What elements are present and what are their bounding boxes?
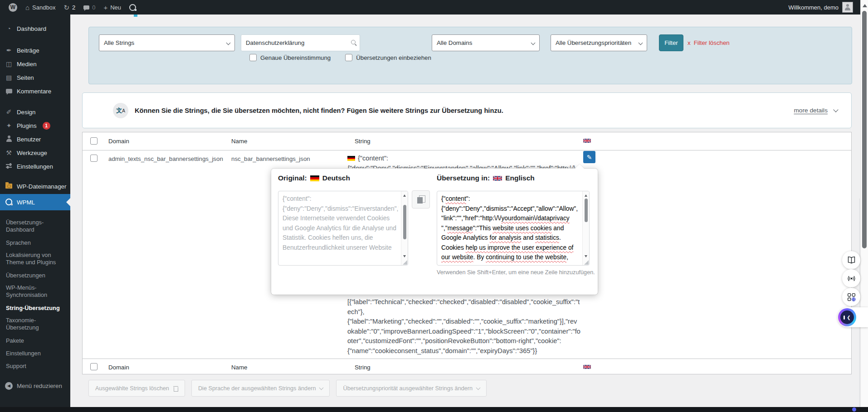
wordpress-logo-icon: W — [9, 3, 17, 12]
wpml-submenu: Übersetzungs-Dashboard Sprachen Lokalisi… — [0, 210, 70, 373]
submenu-translation-dashboard[interactable]: Übersetzungs-Dashboard — [0, 217, 70, 237]
resize-handle[interactable] — [584, 260, 589, 265]
comments-icon — [5, 88, 13, 94]
media-icon: ◫ — [5, 61, 13, 67]
german-flag-icon — [310, 175, 319, 181]
avatar[interactable] — [842, 2, 853, 13]
collapse-menu-button[interactable]: ◀ Menü reduzieren — [0, 379, 70, 393]
sidebar-item-pages[interactable]: ▤ Seiten — [0, 71, 70, 84]
submenu-string-translation[interactable]: String-Übersetzung — [0, 302, 70, 315]
comments-menu[interactable]: 0 — [79, 0, 99, 15]
copy-original-button[interactable] — [412, 190, 430, 208]
scroll-up-icon[interactable] — [403, 193, 406, 197]
sidebar-label: Benutzer — [17, 136, 41, 143]
sidebar-label: Werkzeuge — [17, 150, 47, 156]
sidebar-label: Medien — [17, 61, 37, 68]
wpml-toolbar-menu[interactable] — [125, 0, 140, 15]
clear-filter-link[interactable]: x Filter löschen — [688, 39, 730, 46]
sidebar-item-dashboard[interactable]: ◔ Dashboard — [0, 22, 70, 35]
docs-button[interactable] — [842, 251, 860, 269]
scroll-down-icon[interactable] — [403, 255, 406, 259]
submenu-languages[interactable]: Sprachen — [0, 237, 70, 249]
english-flag-icon — [493, 175, 502, 181]
updates-menu[interactable]: ↻ 2 — [59, 0, 79, 15]
scrollbar-thumb[interactable] — [403, 205, 406, 239]
select-all-checkbox[interactable] — [90, 137, 98, 145]
priority-select[interactable]: Alle Übersetzungsprioritäten — [551, 34, 647, 51]
translation-editor-popup: Original: Deutsch Übersetzung in: Englis… — [271, 169, 598, 295]
footer-header-string: String — [355, 364, 371, 371]
row-checkbox[interactable] — [90, 155, 98, 162]
submenu-translations[interactable]: Übersetzungen — [0, 269, 70, 282]
sidebar-item-plugins[interactable]: ✦ Plugins 1 — [0, 119, 70, 132]
include-translations-checkbox[interactable] — [345, 54, 352, 61]
site-name-label: Sandbox — [32, 4, 55, 11]
wpml-icon — [5, 199, 13, 206]
scrollbar-thumb[interactable] — [585, 199, 588, 222]
resize-handle[interactable] — [403, 260, 407, 265]
submenu-menu-sync[interactable]: WP-Menüs-Synchronisation — [0, 282, 70, 302]
scroll-down-icon[interactable] — [585, 255, 587, 259]
chevron-down-icon — [319, 385, 324, 390]
sidebar-label: WP-Dateimanager — [17, 183, 66, 190]
original-textarea: {"content": {"deny":"Deny","dismiss":"Ei… — [278, 191, 408, 266]
welcome-text[interactable]: Willkommen, demo — [788, 4, 839, 11]
change-language-button[interactable]: Die Sprache der ausgewählten Strings änd… — [191, 380, 330, 397]
sidebar-item-media[interactable]: ◫ Medien — [0, 57, 70, 71]
broadcast-button[interactable] — [842, 269, 860, 287]
scrollbar-thumb[interactable] — [862, 11, 867, 248]
sidebar-item-settings[interactable]: Einstellungen — [0, 160, 70, 173]
edit-translation-button[interactable]: ✎ — [583, 151, 595, 163]
posts-icon: ✒ — [5, 47, 13, 53]
submenu-packages[interactable]: Pakete — [0, 334, 70, 347]
sidebar-item-tools[interactable]: ⚒ Werkzeuge — [0, 146, 70, 160]
collapse-icon: ◀ — [5, 382, 13, 390]
chat-assistant-button[interactable]: ❮ — [838, 308, 856, 326]
scroll-up-icon[interactable] — [585, 193, 587, 197]
filter-button[interactable]: Filter — [659, 34, 683, 51]
english-flag-icon — [583, 364, 591, 369]
wp-logo-menu[interactable]: W — [5, 0, 21, 15]
more-details-label: more details — [794, 107, 828, 114]
scroll-up-arrow-icon[interactable] — [863, 2, 867, 7]
vertical-scrollbar[interactable] — [860, 0, 868, 407]
dashboard-icon: ◔ — [5, 25, 13, 32]
sidebar-item-posts[interactable]: ✒ Beiträge — [0, 44, 70, 57]
exact-match-checkbox[interactable] — [249, 54, 257, 61]
search-box — [241, 34, 360, 51]
submenu-settings[interactable]: Einstellungen — [0, 347, 70, 360]
search-icon[interactable] — [351, 40, 356, 44]
taskbar-app-icon[interactable] — [852, 407, 856, 412]
shift-enter-hint: Verwenden Sie Shift+Enter, um eine neue … — [437, 269, 595, 276]
submenu-support[interactable]: Support — [0, 360, 70, 373]
delete-selected-button[interactable]: Ausgewählte Strings löschen — [88, 380, 185, 397]
submenu-theme-plugin-localization[interactable]: Lokalisierung von Theme und Plugins — [0, 249, 70, 269]
site-name-menu[interactable]: ⌂ Sandbox — [21, 0, 59, 15]
translation-scrollbar[interactable] — [582, 191, 589, 265]
add-strings-banner: 文A Können Sie die Strings, die Sie übers… — [82, 92, 852, 128]
change-priority-button[interactable]: Übersetzungspriorität ausgewählter Strin… — [336, 380, 487, 397]
submenu-taxonomy-translation[interactable]: Taxonomie-Übersetzung — [0, 315, 70, 334]
sidebar-label: Plugins — [17, 122, 37, 129]
sidebar-item-comments[interactable]: Kommentare — [0, 84, 70, 98]
select-all-checkbox-footer[interactable] — [90, 363, 98, 370]
translation-textarea[interactable]: {"content": {"deny":"Deny","dismiss":"Ac… — [437, 191, 590, 266]
new-content-menu[interactable]: + Neu — [99, 0, 125, 15]
banner-text: Können Sie die Strings, die Sie übersetz… — [135, 107, 503, 114]
translation-text[interactable]: {"content": {"deny":"Deny","dismiss":"Ac… — [441, 194, 580, 264]
apps-button[interactable] — [842, 288, 860, 306]
sidebar-item-users[interactable]: Benutzer — [0, 132, 70, 146]
domain-select[interactable]: Alle Domains — [432, 34, 540, 51]
original-scrollbar[interactable] — [401, 191, 408, 265]
sidebar-item-design[interactable]: ✐ Design — [0, 105, 70, 119]
clear-filter-label: Filter löschen — [694, 39, 730, 46]
include-translations-option: Übersetzungen einbeziehen — [345, 54, 431, 61]
comments-icon — [83, 5, 89, 10]
users-icon — [5, 136, 13, 143]
string-status-select[interactable]: Alle Strings — [99, 34, 235, 51]
sidebar-item-filemanager[interactable]: WP-Dateimanager — [0, 179, 70, 193]
sidebar-item-wpml[interactable]: WPML — [0, 194, 70, 210]
translation-icon: 文A — [113, 103, 128, 118]
more-details-link[interactable]: more details — [794, 107, 838, 114]
search-input[interactable] — [241, 35, 360, 51]
